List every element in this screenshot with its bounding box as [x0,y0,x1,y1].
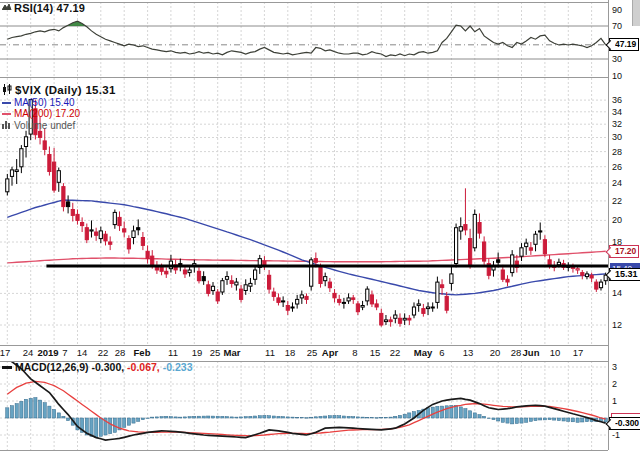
candles [6,99,608,327]
stockchart-image: 9070301036343230282624222018161412321-1 … [0,0,640,453]
x-axis-label: 10 [550,347,561,358]
volume-bars-icon [2,120,12,131]
ma200-value: 17.20 [55,109,80,119]
price-axis-label: 12 [612,320,622,330]
symbol-title: $VIX (Daily) 15.31 [2,84,116,98]
macd-hist-value: -0.233 [163,362,193,373]
rsi-value-badge: 47.19 [609,38,639,51]
macd-axis-label: 3 [612,362,617,372]
last-price: 15.31 [85,85,115,97]
rsi-overbought-fill [5,21,608,80]
x-axis-label: 20 [490,347,501,358]
candlestick-chart-icon [2,84,13,98]
price-axis-label: 26 [612,162,622,172]
rsi-legend: RSI(14) 47.19 [2,2,85,14]
macd-legend: MACD(12,26,9) -0.300, -0.067, -0.233 [2,362,192,373]
x-axis-label: Feb [134,347,151,358]
ma50-line [7,200,605,295]
x-axis-label: 19 [192,347,203,358]
x-axis-label: 17 [573,347,584,358]
macd-value-badge: -0.300 [609,417,640,430]
rsi-indicator-icon [2,2,12,14]
rsi-value: 47.19 [57,3,86,14]
price-axis-label: 14 [612,288,622,298]
ma200-line-icon [2,113,11,115]
price-axis-label: 24 [612,178,622,188]
x-axis-label: 11 [168,347,178,358]
x-axis-label: 22 [390,347,401,358]
symbol-name: $VIX (Daily) [15,85,82,97]
ma50-legend: MA(50) 15.40 [2,98,75,108]
x-axis-label: 8 [352,347,357,358]
ma50-value: 15.40 [50,98,75,108]
price-axis-label: 20 [612,215,622,225]
x-axis-label: 28 [115,347,126,358]
volume-label: Volume [14,121,47,131]
x-axis-label: 7 [62,347,67,358]
rsi-label: RSI(14) [14,3,53,14]
chart-canvas: 9070301036343230282624222018161412321-1 [0,0,640,453]
x-axis-label: 6 [439,347,444,358]
x-axis-label: Jun [523,347,540,358]
price-axis-label: 36 [612,95,622,105]
x-axis-label: 25 [210,347,221,358]
price-axis-label: 28 [612,147,622,157]
x-axis-label: 25 [307,347,318,358]
x-axis-label: 24 [23,347,34,358]
x-axis-label: 18 [285,347,296,358]
macd-axis-label: -1 [612,430,620,440]
macd-signal-value: -0.067 [127,362,157,373]
macd-axis-label: 2 [612,379,617,389]
x-axis-label: 15 [370,347,381,358]
volume-legend: Volume undef [2,120,75,131]
x-axis-label: May [414,347,432,358]
price-axis-label: 30 [612,132,622,142]
x-axis-label: 2019 [37,347,58,358]
ma200-value-badge: 17.20 [609,245,639,258]
price-axis-label: 34 [612,107,622,117]
ma50-label: MA(50) [14,98,47,108]
volume-value: undef [50,121,75,131]
macd-line-icon [2,366,12,369]
x-axis-label: Mar [224,347,241,358]
ma200-label: MA(200) [14,109,52,119]
x-axis-label: 28 [511,347,522,358]
last-price-badge: 15.31 [609,268,640,281]
price-axis-label: 32 [612,119,622,129]
x-axis: 172420197142228Feb111925Mar111825Apr8152… [0,347,640,359]
x-axis-label: 13 [463,347,474,358]
x-axis-label: Apr [322,347,338,358]
macd-axis-label: 1 [612,396,617,406]
rsi-axis-label: 70 [612,21,622,31]
price-axis-label: 22 [612,196,622,206]
scrollbar-fragment[interactable] [632,0,640,26]
rsi-axis-label: 90 [612,5,622,15]
x-axis-label: 11 [265,347,275,358]
macd-value: -0.300 [91,362,121,373]
macd-label: MACD(12,26,9) [15,362,89,373]
ma50-line-icon [2,102,11,104]
x-axis-label: 17 [0,347,10,358]
ma200-legend: MA(200) 17.20 [2,109,80,119]
rsi-axis-label: 30 [612,54,622,64]
rsi-axis-label: 10 [612,71,622,81]
x-axis-label: 14 [77,347,88,358]
x-axis-label: 22 [98,347,109,358]
price-panel: 36343230282624222018161412 [6,95,622,330]
